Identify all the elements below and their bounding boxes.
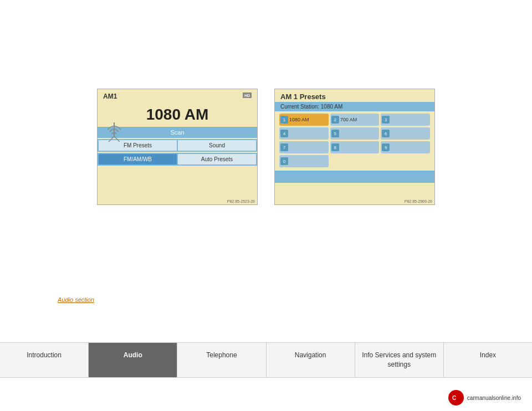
preset-0-num: 0 (280, 157, 288, 165)
tab-audio[interactable]: Audio (89, 343, 177, 377)
tab-navigation-label: Navigation (295, 351, 326, 359)
tab-introduction[interactable]: Introduction (0, 343, 89, 377)
preset-9[interactable]: 9 (381, 141, 430, 153)
preset-8[interactable]: 8 (330, 141, 380, 153)
screen-am1: AM1 HD 1080 AM Scan FM Presets Sound (97, 89, 258, 205)
watermark: C carmanualsonline.info (448, 390, 521, 405)
presets-header: AM 1 Presets (275, 89, 434, 102)
presets-caption: P82.85-2969-26 (405, 199, 432, 203)
audio-section-label: Audio section (58, 296, 94, 303)
preset-7-num: 7 (280, 143, 288, 151)
tab-audio-label: Audio (124, 351, 142, 359)
watermark-logo: C (448, 390, 464, 405)
am1-indicator: HD (243, 93, 252, 98)
presets-current-station: Current Station: 1080 AM (275, 102, 434, 111)
svg-line-1 (109, 136, 114, 142)
preset-2-label: 700 AM (340, 117, 357, 122)
tab-info-services[interactable]: Info Services and system settings (355, 343, 444, 377)
watermark-text: carmanualsonline.info (467, 395, 521, 401)
svg-text:C: C (452, 395, 456, 401)
screenshots-area: AM1 HD 1080 AM Scan FM Presets Sound (0, 0, 532, 205)
signal-icon (103, 120, 125, 144)
preset-2-num: 2 (331, 116, 339, 124)
main-content: AM1 HD 1080 AM Scan FM Presets Sound (0, 0, 532, 411)
preset-9-num: 9 (382, 143, 390, 151)
preset-3-num: 3 (382, 116, 390, 124)
tab-index[interactable]: Index (444, 343, 532, 377)
presets-bottom-bar (275, 171, 434, 183)
auto-presets-btn[interactable]: Auto Presets (178, 154, 256, 165)
bottom-nav: Introduction Audio Telephone Navigation … (0, 342, 532, 378)
screen-presets: AM 1 Presets Current Station: 1080 AM 1 … (274, 89, 435, 205)
preset-4[interactable]: 4 (279, 127, 329, 140)
preset-1-label: 1080 AM (289, 117, 309, 122)
am1-title: AM1 (103, 93, 117, 100)
preset-4-num: 4 (280, 130, 288, 137)
preset-8-num: 8 (331, 143, 339, 151)
preset-1-num: 1 (280, 116, 288, 124)
preset-1[interactable]: 1 1080 AM (279, 114, 329, 126)
tab-navigation[interactable]: Navigation (267, 343, 355, 377)
svg-line-2 (114, 136, 120, 142)
tab-telephone-label: Telephone (206, 351, 237, 359)
preset-6[interactable]: 6 (381, 127, 430, 140)
preset-7[interactable]: 7 (279, 141, 329, 153)
am1-header: AM1 HD (98, 89, 257, 101)
preset-5[interactable]: 5 (330, 127, 380, 140)
preset-3[interactable]: 3 (381, 114, 430, 126)
tab-telephone[interactable]: Telephone (177, 343, 266, 377)
sound-btn[interactable]: Sound (178, 140, 256, 151)
presets-grid: 1 1080 AM 2 700 AM 3 4 5 6 (275, 114, 434, 167)
preset-0[interactable]: 0 (279, 155, 329, 167)
preset-6-num: 6 (382, 130, 390, 137)
tab-info-services-label: Info Services and system settings (362, 351, 436, 368)
tab-introduction-label: Introduction (27, 351, 62, 359)
tab-index-label: Index (480, 351, 496, 359)
preset-2[interactable]: 2 700 AM (330, 114, 380, 126)
preset-5-num: 5 (331, 130, 339, 137)
am1-caption: P82.85-2523-26 (227, 199, 255, 203)
am1-bottom-buttons-2: FM/AM/WB Auto Presets (98, 153, 257, 166)
fm-am-wb-btn[interactable]: FM/AM/WB (99, 154, 177, 165)
